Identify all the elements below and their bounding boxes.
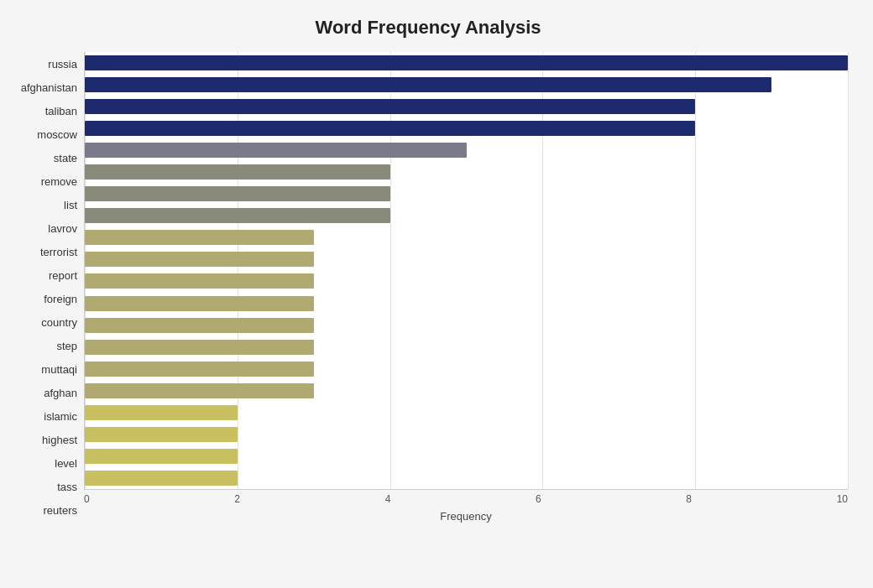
x-tick: 0	[84, 493, 90, 505]
bar-row	[85, 447, 848, 466]
y-label: lavrov	[48, 223, 77, 234]
bar-row	[85, 403, 848, 422]
grid-line	[85, 52, 86, 489]
bar	[85, 164, 390, 180]
bar-row	[85, 425, 848, 444]
bar	[85, 362, 314, 377]
x-tick: 4	[385, 493, 391, 505]
y-label: russia	[48, 59, 77, 70]
x-tick: 8	[686, 493, 692, 505]
bar-row	[85, 75, 848, 94]
x-axis-label: Frequency	[84, 510, 848, 523]
x-tick: 10	[837, 493, 848, 505]
bar-row	[85, 316, 848, 335]
chart-title: Word Frequency Analysis	[8, 17, 848, 39]
bars-wrapper	[84, 52, 848, 490]
y-label: afghanistan	[21, 82, 77, 93]
bar	[85, 208, 390, 223]
y-label: list	[64, 200, 77, 211]
bar	[85, 405, 238, 420]
grid-line	[848, 52, 849, 489]
chart-container: Word Frequency Analysis russiaafghanista…	[0, 0, 873, 588]
y-label: step	[56, 341, 77, 351]
y-axis: russiaafghanistantalibanmoscowstateremov…	[8, 52, 84, 523]
y-label: remove	[41, 176, 77, 187]
chart-area: russiaafghanistantalibanmoscowstateremov…	[8, 52, 848, 523]
bar-row	[85, 294, 848, 313]
bar-row	[85, 97, 848, 116]
x-axis: 0246810	[84, 490, 848, 505]
bar-row	[85, 119, 848, 138]
y-label: country	[41, 317, 77, 328]
bar-row	[85, 338, 848, 356]
bar-row	[85, 141, 848, 159]
bar	[85, 252, 314, 267]
bar-row	[85, 360, 848, 378]
y-label: terrorist	[40, 247, 77, 258]
grid-line	[390, 52, 391, 489]
x-tick: 6	[536, 493, 541, 505]
bar-row	[85, 382, 848, 400]
bar	[85, 55, 848, 70]
bar-row	[85, 228, 848, 247]
y-label: report	[49, 270, 77, 281]
grid-line	[695, 52, 696, 489]
bar	[85, 273, 314, 289]
bar-row	[85, 54, 848, 72]
bar	[85, 143, 467, 158]
bar-row	[85, 206, 848, 225]
y-label: islamic	[44, 411, 77, 422]
bar	[85, 449, 238, 464]
bar	[85, 77, 771, 92]
y-label: moscow	[37, 129, 77, 140]
y-label: reuters	[44, 505, 77, 516]
y-label: afghan	[44, 388, 77, 398]
y-label: foreign	[44, 294, 77, 304]
grid-line	[238, 52, 238, 489]
y-label: taliban	[45, 106, 77, 117]
bar	[85, 340, 314, 355]
plot-area: 0246810 Frequency	[84, 52, 848, 523]
bar	[85, 383, 314, 398]
y-label: level	[55, 458, 77, 469]
bar	[85, 471, 238, 486]
bar-row	[85, 272, 848, 290]
y-label: highest	[42, 434, 77, 445]
bar-row	[85, 469, 848, 487]
y-label: muttaqi	[41, 364, 77, 375]
bar-row	[85, 185, 848, 203]
bar	[85, 121, 695, 136]
bar	[85, 99, 695, 114]
bar-row	[85, 250, 848, 268]
bar	[85, 318, 314, 333]
bar	[85, 230, 314, 245]
y-label: state	[54, 153, 77, 164]
bar	[85, 296, 314, 311]
bar	[85, 186, 390, 201]
y-label: tass	[57, 481, 77, 492]
bar	[85, 427, 238, 442]
x-tick: 2	[234, 493, 240, 505]
bar-row	[85, 163, 848, 181]
grid-line	[542, 52, 543, 489]
